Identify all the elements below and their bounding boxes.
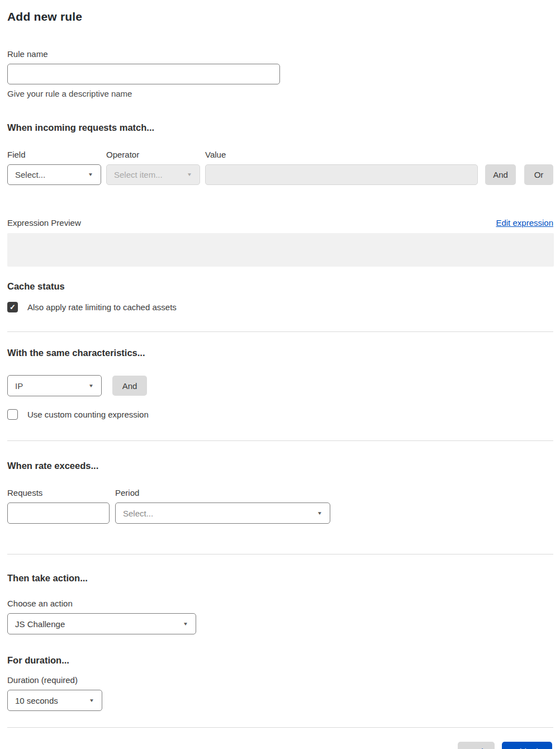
expression-section: Expression Preview Edit expression	[7, 218, 553, 267]
add-rule-form: Add new rule Rule name Give your rule a …	[0, 0, 560, 749]
requests-label: Requests	[7, 488, 115, 497]
period-select[interactable]: Select... ▼	[115, 503, 330, 524]
chevron-down-icon: ▼	[187, 172, 192, 177]
chevron-down-icon: ▼	[88, 383, 94, 388]
period-select-value: Select...	[123, 509, 153, 518]
action-select-value: JS Challenge	[15, 619, 65, 629]
rate-section: When rate exceeds... Requests Period Sel…	[7, 461, 553, 524]
divider	[7, 331, 553, 332]
and-button[interactable]: And	[485, 164, 516, 185]
rule-name-label: Rule name	[7, 49, 553, 59]
action-label: Choose an action	[7, 599, 553, 608]
duration-select[interactable]: 10 seconds ▼	[7, 690, 102, 711]
rule-name-helper: Give your rule a descriptive name	[7, 89, 553, 98]
rate-heading: When rate exceeds...	[7, 461, 553, 471]
field-select[interactable]: Select... ▼	[7, 164, 101, 185]
characteristics-section: With the same characteristics... IP ▼ An…	[7, 348, 553, 420]
chevron-down-icon: ▼	[183, 621, 188, 626]
period-label: Period	[115, 488, 139, 497]
custom-counting-row: Use custom counting expression	[7, 409, 553, 420]
duration-heading: For duration...	[7, 655, 553, 666]
cache-checkbox-row: ✓ Also apply rate limiting to cached ass…	[7, 302, 553, 312]
expression-preview-box	[7, 233, 554, 267]
match-controls-row: Select... ▼ Select item... ▼ And Or	[7, 164, 553, 185]
expression-preview-label: Expression Preview	[7, 218, 81, 227]
check-icon: ✓	[10, 303, 16, 311]
edit-expression-link[interactable]: Edit expression	[496, 218, 553, 227]
rule-name-input[interactable]	[7, 64, 280, 84]
operator-select[interactable]: Select item... ▼	[106, 164, 200, 185]
duration-select-value: 10 seconds	[15, 696, 58, 705]
operator-label: Operator	[106, 150, 205, 159]
cache-status-section: Cache status ✓ Also apply rate limiting …	[7, 281, 553, 312]
back-button[interactable]: Back	[458, 742, 495, 749]
rate-labels: Requests Period	[7, 488, 553, 497]
characteristic-select[interactable]: IP ▼	[7, 375, 102, 396]
or-button[interactable]: Or	[524, 164, 553, 185]
match-heading: When incoming requests match...	[7, 122, 553, 133]
operator-select-value: Select item...	[114, 170, 163, 179]
rate-controls-row: Select... ▼	[7, 503, 553, 524]
custom-counting-checkbox[interactable]	[7, 409, 18, 420]
chevron-down-icon: ▼	[88, 172, 93, 177]
value-input[interactable]	[205, 164, 478, 185]
chevron-down-icon: ▼	[89, 698, 94, 703]
requests-input[interactable]	[7, 503, 110, 524]
custom-counting-label: Use custom counting expression	[27, 410, 149, 419]
match-section: When incoming requests match... Field Op…	[7, 122, 553, 185]
field-label: Field	[7, 150, 106, 159]
duration-label: Duration (required)	[7, 675, 553, 685]
value-label: Value	[205, 150, 226, 159]
divider	[7, 554, 553, 554]
cache-status-heading: Cache status	[7, 281, 553, 292]
divider	[7, 727, 553, 728]
action-section: Then take action... Choose an action JS …	[7, 573, 553, 634]
action-select[interactable]: JS Challenge ▼	[7, 613, 196, 634]
footer-actions: Back Add rule	[7, 742, 553, 749]
field-select-value: Select...	[15, 170, 45, 179]
characteristics-heading: With the same characteristics...	[7, 348, 553, 358]
divider	[7, 440, 553, 441]
characteristic-select-value: IP	[15, 381, 23, 391]
cached-assets-label: Also apply rate limiting to cached asset…	[27, 302, 177, 312]
action-heading: Then take action...	[7, 573, 553, 584]
chevron-down-icon: ▼	[317, 510, 322, 515]
match-labels: Field Operator Value	[7, 150, 553, 159]
cached-assets-checkbox[interactable]: ✓	[7, 302, 18, 312]
duration-section: For duration... Duration (required) 10 s…	[7, 655, 553, 711]
add-rule-button[interactable]: Add rule	[502, 742, 552, 749]
rule-name-section: Rule name Give your rule a descriptive n…	[7, 49, 553, 98]
page-title: Add new rule	[7, 10, 553, 23]
characteristics-and-button[interactable]: And	[112, 376, 147, 396]
